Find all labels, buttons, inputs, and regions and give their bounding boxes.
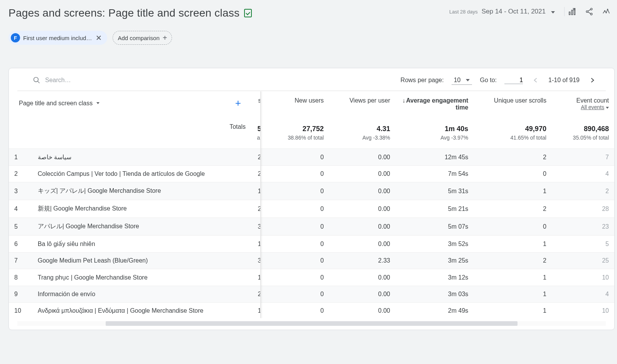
table-row[interactable]: 3キッズ| アパレル| Google Merchandise Store100.…: [9, 182, 614, 200]
table-row[interactable]: 5アパレル| Google Merchandise Store300.005m …: [9, 218, 614, 236]
prev-page-button[interactable]: [531, 75, 541, 85]
chevron-down-icon: [96, 102, 99, 104]
row-index: 1: [9, 149, 32, 166]
header-right: Last 28 days Sep 14 - Oct 11, 2021: [449, 7, 611, 16]
row-event-count: 25: [552, 253, 614, 269]
row-page-title: Información de envío: [32, 286, 251, 303]
row-page-title: سياسة خاصة: [32, 149, 251, 166]
row-avg-engagement: 2m 49s: [396, 303, 474, 319]
table-row[interactable]: 9Información de envío200.003m 03s14: [9, 286, 614, 303]
row-page-title: Ba lô giấy siêu nhiên: [32, 236, 251, 253]
totals-avg-engagement: 1m 40s: [401, 125, 469, 133]
col-unique-scrolls[interactable]: Unique user scrolls: [474, 91, 552, 117]
svg-point-7: [606, 12, 607, 13]
row-index: 6: [9, 236, 32, 253]
row-avg-engagement: 5m 31s: [396, 182, 474, 200]
rows-per-page-select[interactable]: 10: [452, 76, 472, 85]
row-views-per-user: 0.00: [329, 303, 396, 319]
totals-views-per-user: 4.31: [335, 125, 390, 133]
col-cut[interactable]: s: [251, 91, 267, 117]
row-event-count: 5: [552, 236, 614, 253]
filter-chip[interactable]: F First user medium includ…: [8, 31, 107, 45]
row-event-count: 2: [552, 182, 614, 200]
rows-per-page-value: 10: [454, 77, 461, 84]
row-index: 2: [9, 166, 32, 182]
add-comparison-button[interactable]: Add comparison +: [113, 31, 172, 45]
customize-report-icon[interactable]: [568, 7, 577, 16]
horizontal-scrollbar[interactable]: [17, 321, 606, 326]
row-page-title: アパレル| Google Merchandise Store: [32, 218, 251, 236]
filter-chip-label: First user medium includ…: [23, 35, 92, 41]
row-page-title: Ανδρικά μπλουζάκια | Ενδύματα | Google M…: [32, 303, 251, 319]
col-new-users[interactable]: New users: [267, 91, 329, 117]
close-icon[interactable]: [95, 34, 103, 42]
table-row[interactable]: 1سياسة خاصة200.0012m 45s27: [9, 149, 614, 166]
goto-input[interactable]: [504, 77, 523, 84]
row-cut: 3: [251, 253, 267, 269]
row-unique-scrolls: 1: [474, 303, 552, 319]
col-avg-engagement[interactable]: ↓Average engagement time: [396, 91, 474, 117]
page-title: Pages and screens: Page title and screen…: [8, 7, 239, 19]
table-row[interactable]: 4新規| Google Merchandise Store200.005m 21…: [9, 200, 614, 218]
search-icon: [33, 76, 40, 84]
filter-badge: F: [11, 33, 20, 42]
row-index: 9: [9, 286, 32, 303]
col-views-per-user[interactable]: Views per user: [329, 91, 396, 117]
table-row[interactable]: 7Google Medium Pet Leash (Blue/Green)302…: [9, 253, 614, 269]
table-row[interactable]: 6Ba lô giấy siêu nhiên100.003m 52s15: [9, 236, 614, 253]
row-avg-engagement: 7m 54s: [396, 166, 474, 182]
row-cut: 1: [251, 236, 267, 253]
row-views-per-user: 0.00: [329, 166, 396, 182]
row-event-count: 10: [552, 303, 614, 319]
search-input[interactable]: [45, 77, 145, 84]
totals-unique-scrolls: 49,970: [479, 125, 546, 133]
row-new-users: 0: [267, 286, 329, 303]
date-range-picker[interactable]: Last 28 days Sep 14 - Oct 11, 2021: [449, 8, 555, 15]
row-event-count: 28: [552, 200, 614, 218]
table-row[interactable]: 2Colección Campus | Ver todo | Tienda de…: [9, 166, 614, 182]
row-avg-engagement: 5m 07s: [396, 218, 474, 236]
row-page-title: キッズ| アパレル| Google Merchandise Store: [32, 182, 251, 200]
row-event-count: 4: [552, 286, 614, 303]
header-action-icons: [564, 7, 611, 16]
frozen-column-divider: [260, 91, 261, 318]
row-views-per-user: 0.00: [329, 286, 396, 303]
row-new-users: 0: [267, 182, 329, 200]
table-row[interactable]: 10Ανδρικά μπλουζάκια | Ενδύματα | Google…: [9, 303, 614, 319]
row-unique-scrolls: 2: [474, 253, 552, 269]
comparison-chips: F First user medium includ… Add comparis…: [8, 31, 615, 45]
page-header: Pages and screens: Page title and screen…: [8, 7, 615, 19]
table-toolbar: Rows per page: 10 Go to: 1-10 of 919: [17, 68, 606, 91]
page-range-text: 1-10 of 919: [548, 77, 580, 84]
insights-icon[interactable]: [602, 7, 611, 16]
document-check-icon[interactable]: [244, 9, 252, 17]
row-event-count: 10: [552, 269, 614, 286]
row-new-users: 0: [267, 253, 329, 269]
row-index: 4: [9, 200, 32, 218]
table-row[interactable]: 8Trang phục | Google Merchandise Store10…: [9, 269, 614, 286]
row-page-title: Trang phục | Google Merchandise Store: [32, 269, 251, 286]
dimension-selector[interactable]: Page title and screen class: [19, 100, 99, 107]
row-unique-scrolls: 0: [474, 218, 552, 236]
add-dimension-button[interactable]: +: [235, 97, 246, 109]
row-avg-engagement: 12m 45s: [396, 149, 474, 166]
totals-label: Totals: [32, 117, 251, 149]
svg-rect-0: [569, 12, 570, 15]
chevron-down-icon: [551, 11, 555, 13]
row-views-per-user: 0.00: [329, 149, 396, 166]
svg-point-8: [607, 9, 608, 10]
row-cut: 1: [251, 182, 267, 200]
chevron-down-icon: [606, 107, 609, 109]
event-filter-select[interactable]: All events: [557, 104, 609, 110]
row-avg-engagement: 3m 03s: [396, 286, 474, 303]
totals-row: Totals 5al 27,75238.86% of total 4.31Avg…: [9, 117, 614, 149]
row-cut: 3: [251, 218, 267, 236]
share-icon[interactable]: [585, 7, 594, 16]
data-table: Page title and screen class + s New user…: [9, 91, 614, 319]
search-wrap: [33, 76, 145, 84]
svg-point-6: [604, 10, 605, 11]
add-comparison-label: Add comparison: [118, 35, 159, 41]
next-page-button[interactable]: [587, 75, 597, 85]
totals-new-users: 27,752: [272, 125, 324, 133]
col-event-count[interactable]: Event count All events: [552, 91, 614, 117]
